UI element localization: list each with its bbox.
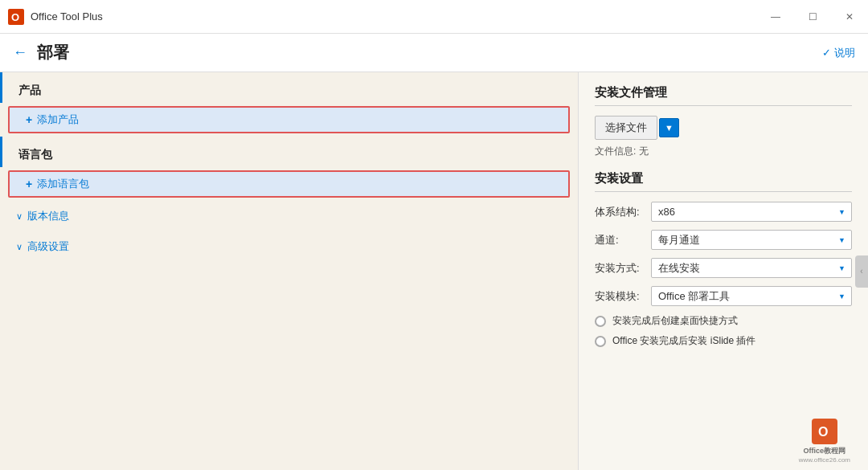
channel-row: 通道: 每月通道 半年通道 (595, 230, 852, 250)
install-method-row: 安装方式: 在线安装 本地安装 (595, 258, 852, 278)
help-link[interactable]: ✓ 说明 (822, 46, 855, 60)
brand-text-line2: www.office26.com (799, 456, 850, 464)
brand-logo: O (812, 419, 837, 444)
advanced-settings-label: 高级设置 (27, 239, 69, 254)
islide-radio[interactable] (595, 336, 606, 347)
window-controls: — ☐ ✕ (757, 0, 868, 34)
version-info-toggle[interactable]: ∨ 版本信息 (0, 201, 578, 231)
add-language-label: 添加语言包 (37, 177, 89, 191)
maximize-button[interactable]: ☐ (794, 0, 831, 34)
minimize-button[interactable]: — (757, 0, 794, 34)
install-module-row: 安装模块: Office 部署工具 Office Tool Plus (595, 286, 852, 306)
chevron-down-icon: ∨ (16, 211, 23, 222)
channel-label: 通道: (595, 233, 651, 247)
add-product-button[interactable]: + 添加产品 (8, 106, 570, 133)
main-content: 产品 + 添加产品 语言包 + 添加语言包 ∨ 版本信息 ∨ 高级设置 安装文件… (0, 72, 868, 470)
brand-text-line1: Office教程网 (804, 446, 846, 456)
islide-checkbox-row[interactable]: Office 安装完成后安装 iSlide 插件 (595, 334, 852, 348)
add-product-label: 添加产品 (37, 112, 79, 127)
architecture-select[interactable]: x86 x64 (651, 202, 852, 222)
version-info-label: 版本信息 (27, 209, 69, 223)
title-bar: O Office Tool Plus — ☐ ✕ (0, 0, 868, 34)
product-section-header: 产品 (0, 72, 578, 103)
shortcut-label: 安装完成后创建桌面快捷方式 (612, 314, 738, 328)
svg-text:O: O (11, 11, 19, 23)
resize-handle[interactable]: ‹ (855, 255, 868, 288)
brand-watermark: O Office教程网 www.office26.com (799, 419, 850, 464)
select-file-button[interactable]: 选择文件 (595, 116, 657, 140)
help-label: 说明 (834, 47, 855, 59)
svg-text:O: O (818, 425, 828, 439)
install-method-select[interactable]: 在线安装 本地安装 (651, 258, 852, 278)
shortcut-radio[interactable] (595, 316, 606, 327)
file-management-title: 安装文件管理 (595, 85, 852, 106)
help-checkmark-icon: ✓ (822, 47, 831, 59)
file-info-text: 文件信息: 无 (595, 145, 852, 158)
add-language-button[interactable]: + 添加语言包 (8, 170, 570, 198)
install-module-label: 安装模块: (595, 289, 651, 304)
architecture-select-wrapper: x86 x64 (651, 202, 852, 222)
nav-bar: ← 部署 ✓ 说明 (0, 34, 868, 72)
architecture-label: 体系结构: (595, 205, 651, 219)
close-button[interactable]: ✕ (831, 0, 868, 34)
architecture-row: 体系结构: x86 x64 (595, 202, 852, 222)
install-method-label: 安装方式: (595, 261, 651, 276)
install-module-select[interactable]: Office 部署工具 Office Tool Plus (651, 286, 852, 306)
plus-icon-lang: + (26, 178, 32, 190)
channel-select[interactable]: 每月通道 半年通道 (651, 230, 852, 250)
plus-icon: + (26, 113, 32, 126)
channel-select-wrapper: 每月通道 半年通道 (651, 230, 852, 250)
right-panel: 安装文件管理 选择文件 ▼ 文件信息: 无 安装设置 体系结构: x86 x64… (579, 72, 868, 470)
install-method-select-wrapper: 在线安装 本地安装 (651, 258, 852, 278)
page-title: 部署 (37, 42, 69, 63)
back-button[interactable]: ← (13, 44, 27, 61)
app-title: Office Tool Plus (31, 10, 103, 22)
language-section-header: 语言包 (0, 137, 578, 167)
left-panel: 产品 + 添加产品 语言包 + 添加语言包 ∨ 版本信息 ∨ 高级设置 (0, 72, 579, 470)
advanced-settings-toggle[interactable]: ∨ 高级设置 (0, 231, 578, 262)
install-settings-title: 安装设置 (595, 171, 852, 192)
chevron-down-icon-adv: ∨ (16, 242, 23, 252)
app-logo: O (8, 9, 24, 25)
install-module-select-wrapper: Office 部署工具 Office Tool Plus (651, 286, 852, 306)
shortcut-checkbox-row[interactable]: 安装完成后创建桌面快捷方式 (595, 314, 852, 328)
file-dropdown-button[interactable]: ▼ (659, 118, 679, 137)
islide-label: Office 安装完成后安装 iSlide 插件 (612, 334, 755, 348)
file-select-row: 选择文件 ▼ (595, 116, 852, 140)
